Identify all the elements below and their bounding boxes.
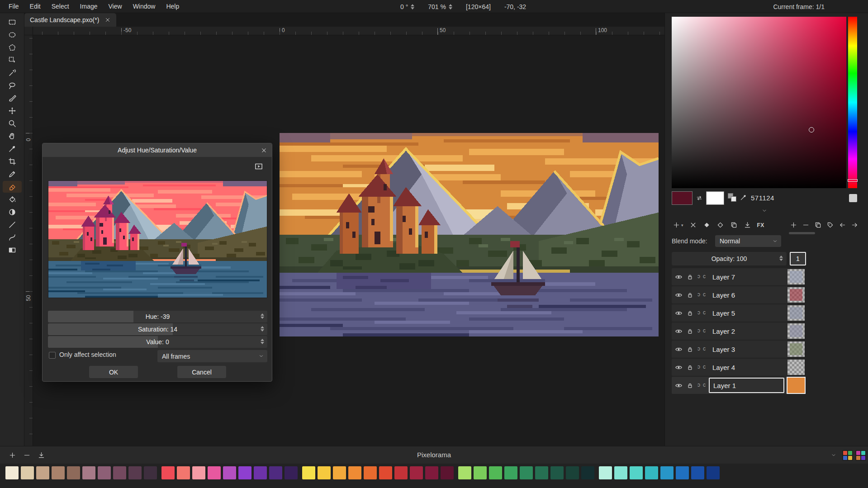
tool-polygon-select[interactable] xyxy=(3,42,22,53)
hue-strip[interactable] xyxy=(848,17,857,188)
layer-thumbnail[interactable] xyxy=(787,378,805,393)
rotation-spinner[interactable] xyxy=(411,4,414,9)
frame-button-1[interactable]: 1 xyxy=(790,252,806,265)
palette-swatch[interactable] xyxy=(379,466,392,479)
rotation-control[interactable]: 0 ° xyxy=(400,3,414,10)
pixel-art-canvas[interactable] xyxy=(280,133,659,336)
file-tab[interactable]: Castle Landscape.pxo(*) xyxy=(24,13,116,27)
panel-collapse-icon[interactable] xyxy=(760,208,768,214)
tool-move[interactable] xyxy=(3,105,22,117)
secondary-color-swatch[interactable] xyxy=(706,191,724,205)
palette-swatch[interactable] xyxy=(254,466,267,479)
palette-swatch[interactable] xyxy=(660,466,674,479)
layer-expand-icon[interactable]: c xyxy=(703,327,706,334)
palette-swatch[interactable] xyxy=(318,466,331,479)
palette-swatch[interactable] xyxy=(238,466,251,479)
layer-name[interactable]: Layer 7 xyxy=(709,269,784,284)
palette-swatch[interactable] xyxy=(489,466,502,479)
palette-swatch[interactable] xyxy=(410,466,423,479)
palette-swatch[interactable] xyxy=(630,466,643,479)
tool-shading[interactable] xyxy=(3,206,22,218)
layer-expand-icon[interactable]: c xyxy=(703,273,706,280)
value-slider[interactable]: Value: 0 xyxy=(48,336,267,348)
layer-row-layer-3[interactable]: ɔ c Layer 3 xyxy=(672,341,805,358)
layer-link-icon[interactable]: ɔ xyxy=(697,364,700,370)
blend-mode-dropdown[interactable]: Normal xyxy=(715,235,781,247)
palette-swatch[interactable] xyxy=(113,466,126,479)
palette-swatch[interactable] xyxy=(474,466,487,479)
layer-lock-icon[interactable] xyxy=(686,346,694,353)
layer-row-layer-1[interactable]: ɔ c Layer 1 xyxy=(672,377,805,394)
palette-swatch[interactable] xyxy=(425,466,438,479)
layer-visibility-icon[interactable] xyxy=(674,381,683,390)
layer-name[interactable]: Layer 1 xyxy=(709,378,784,393)
palette-swatch[interactable] xyxy=(161,466,175,479)
palette-swatch[interactable] xyxy=(707,466,720,479)
layer-row-layer-2[interactable]: ɔ c Layer 2 xyxy=(672,322,805,340)
default-colors-icon[interactable] xyxy=(728,193,737,202)
layer-thumbnail[interactable] xyxy=(787,305,805,321)
layer-link-icon[interactable]: ɔ xyxy=(697,382,700,388)
layer-expand-icon[interactable]: c xyxy=(703,382,706,388)
previous-frame-button[interactable] xyxy=(837,219,848,231)
layer-thumbnail[interactable] xyxy=(787,269,805,284)
layer-row-layer-5[interactable]: ɔ c Layer 5 xyxy=(672,304,805,322)
layer-name[interactable]: Layer 5 xyxy=(709,305,784,321)
palette-dropdown-icon[interactable] xyxy=(830,452,837,458)
palette-swatch[interactable] xyxy=(285,466,298,479)
palette-swatch[interactable] xyxy=(458,466,471,479)
layer-link-icon[interactable]: ɔ xyxy=(697,291,700,298)
tab-close-icon[interactable] xyxy=(104,17,111,23)
menu-window[interactable]: Window xyxy=(128,1,161,11)
palette-swatch[interactable] xyxy=(128,466,142,479)
layer-thumbnail[interactable] xyxy=(787,341,805,357)
layer-visibility-icon[interactable] xyxy=(674,273,683,281)
remove-layer-button[interactable] xyxy=(688,219,699,231)
add-frame-button[interactable] xyxy=(788,219,799,231)
layer-visibility-icon[interactable] xyxy=(674,345,683,354)
layer-thumbnail[interactable] xyxy=(787,323,805,339)
next-frame-button[interactable] xyxy=(849,219,860,231)
palette-swatch[interactable] xyxy=(566,466,579,479)
value-spinner[interactable] xyxy=(261,339,264,344)
tool-color-picker[interactable] xyxy=(3,143,22,155)
timeline-scrollbar[interactable] xyxy=(789,232,815,234)
layer-lock-icon[interactable] xyxy=(686,273,694,281)
layer-expand-icon[interactable]: c xyxy=(703,346,706,352)
menu-view[interactable]: View xyxy=(104,1,127,11)
palette-swatch[interactable] xyxy=(5,466,19,479)
hex-color-value[interactable]: 571124 xyxy=(751,194,774,202)
palette-swatch[interactable] xyxy=(348,466,361,479)
layer-expand-icon[interactable]: c xyxy=(703,364,706,370)
swap-colors-icon[interactable] xyxy=(695,194,703,202)
layer-link-icon[interactable]: ɔ xyxy=(697,273,700,280)
preview-play-icon[interactable] xyxy=(254,161,264,171)
tool-color-select[interactable] xyxy=(3,54,22,66)
layer-link-icon[interactable]: ɔ xyxy=(697,309,700,316)
layer-expand-icon[interactable]: c xyxy=(703,291,706,298)
tool-lasso[interactable] xyxy=(3,80,22,91)
palette-swatch[interactable] xyxy=(36,466,49,479)
layer-name[interactable]: Layer 4 xyxy=(709,360,784,375)
palette-swatch[interactable] xyxy=(504,466,517,479)
tool-magic-wand[interactable] xyxy=(3,67,22,79)
layer-lock-icon[interactable] xyxy=(686,382,694,389)
clone-frame-button[interactable] xyxy=(812,219,824,231)
tool-gradient[interactable] xyxy=(3,244,22,256)
horizontal-ruler[interactable]: -50 0 50 100 xyxy=(24,27,664,35)
color-options-button[interactable] xyxy=(849,194,857,202)
remove-palette-color-button[interactable] xyxy=(21,450,33,461)
palette-swatch[interactable] xyxy=(208,466,221,479)
palette-swatch[interactable] xyxy=(599,466,612,479)
hue-spinner[interactable] xyxy=(261,313,264,319)
palette-swatch[interactable] xyxy=(144,466,157,479)
saturation-spinner[interactable] xyxy=(261,326,264,332)
cancel-button[interactable]: Cancel xyxy=(177,366,226,378)
remove-frame-button[interactable] xyxy=(800,219,811,231)
picker-cursor[interactable] xyxy=(809,127,814,133)
layer-link-icon[interactable]: ɔ xyxy=(697,327,700,334)
palette-swatch[interactable] xyxy=(302,466,315,479)
layer-lock-icon[interactable] xyxy=(686,364,694,371)
eyedropper-icon[interactable] xyxy=(740,194,747,201)
palette-swatch[interactable] xyxy=(82,466,95,479)
